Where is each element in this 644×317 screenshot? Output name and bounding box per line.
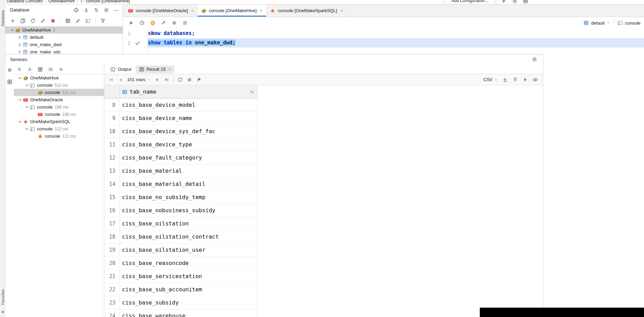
schema-selector[interactable]: default — [583, 20, 610, 26]
collapse-all-icon[interactable] — [27, 67, 33, 72]
layout-grid-icon[interactable] — [523, 0, 528, 4]
services-tree-item[interactable]: console 511 ms — [14, 82, 104, 89]
result-tab[interactable]: Output × — [107, 66, 134, 73]
hide-panel-icon[interactable]: — — [114, 7, 119, 13]
expand-all-icon[interactable] — [17, 67, 22, 72]
breadcrumb-item[interactable]: OneMakeHive — [48, 0, 75, 3]
expand-collapse-icon[interactable]: ⇅ — [94, 7, 99, 13]
run-query-icon[interactable] — [129, 20, 134, 26]
group-by-icon[interactable] — [37, 67, 43, 72]
services-tree-item[interactable]: console 122 ms — [14, 125, 104, 132]
services-tree-item[interactable]: console 122 ms — [14, 132, 104, 140]
row-number-cell[interactable]: 15 — [104, 191, 120, 204]
table-cell[interactable]: ciss_base_device_type — [120, 138, 257, 151]
code-line[interactable]: 1show databases; — [123, 29, 644, 38]
table-corner-cell[interactable] — [104, 85, 120, 98]
services-tree-item[interactable]: console 188 ms — [14, 111, 104, 118]
sort-icon[interactable] — [249, 89, 255, 95]
modify-icon[interactable] — [75, 18, 81, 24]
chevron-icon[interactable] — [24, 83, 30, 88]
close-icon[interactable]: × — [260, 8, 263, 13]
table-cell[interactable]: ciss_base_device_model — [120, 98, 257, 112]
favorites-star-icon[interactable]: ★ — [0, 310, 5, 314]
services-view-icon[interactable] — [7, 79, 12, 85]
row-number-cell[interactable]: 22 — [104, 283, 120, 296]
chevron-icon[interactable] — [24, 126, 30, 132]
chevron-icon[interactable] — [9, 27, 15, 33]
editor-tab[interactable]: console [OneMakeHive] × — [197, 5, 266, 17]
row-number-cell[interactable]: 12 — [104, 151, 120, 164]
run-icon[interactable] — [501, 0, 507, 4]
web-console-icon[interactable] — [73, 7, 79, 13]
editor-body[interactable]: 1show databases;2show tables in one_make… — [123, 29, 644, 54]
settings-wrench-icon[interactable] — [161, 20, 166, 26]
close-icon[interactable]: × — [168, 67, 171, 72]
table-cell[interactable]: ciss_base_device_sys_def_fac — [120, 125, 257, 138]
jump-to-console-icon[interactable] — [85, 18, 91, 24]
row-number-cell[interactable]: 9 — [104, 112, 120, 125]
export-download-icon[interactable] — [502, 77, 508, 83]
page-size-selector[interactable]: 101 rows — [127, 77, 151, 82]
row-number-cell[interactable]: 13 — [104, 164, 120, 178]
last-page-icon[interactable] — [164, 77, 169, 83]
row-number-cell[interactable]: 24 — [104, 309, 120, 317]
table-cell[interactable]: ciss_base_reasoncode — [120, 257, 257, 270]
pin-tab-icon[interactable] — [196, 77, 202, 83]
view-options-eye-icon[interactable] — [532, 77, 538, 83]
add-configuration-button[interactable]: Add Configuration... — [443, 0, 496, 5]
row-number-cell[interactable]: 20 — [104, 257, 120, 270]
compare-icon[interactable] — [522, 77, 528, 83]
close-icon[interactable]: × — [340, 8, 343, 13]
chevron-icon[interactable] — [17, 97, 23, 103]
import-upload-icon[interactable] — [512, 77, 518, 83]
table-cell[interactable]: ciss_base_material — [120, 164, 257, 178]
table-cell[interactable]: ciss_base_oilstation — [120, 217, 257, 230]
table-cell[interactable]: ciss_base_servicestation — [120, 270, 257, 283]
parameters-icon[interactable]: P — [150, 20, 156, 26]
services-tree-item[interactable]: OneMakeSparkSQL — [14, 118, 104, 125]
next-page-icon[interactable] — [155, 77, 160, 83]
row-number-cell[interactable]: 16 — [104, 204, 120, 217]
stop-icon[interactable] — [50, 18, 56, 24]
table-cell[interactable]: ciss_base_subsidy — [120, 296, 257, 309]
table-cell[interactable]: ciss_base_oilstation_user — [120, 243, 257, 257]
row-number-cell[interactable]: 17 — [104, 217, 120, 230]
stop-icon[interactable] — [171, 20, 177, 26]
favorites-strip-label[interactable]: Favorites — [0, 286, 5, 308]
refresh-icon[interactable] — [30, 18, 36, 24]
database-strip-label[interactable]: Database — [0, 6, 5, 31]
edit-source-icon[interactable] — [40, 18, 46, 24]
services-tree-item[interactable]: console 511 ms — [14, 89, 104, 96]
table-cell[interactable]: ciss_base_no_subsidy_temp — [120, 191, 257, 204]
reload-page-icon[interactable] — [177, 77, 183, 83]
chevron-icon[interactable] — [17, 119, 23, 125]
execution-plan-icon[interactable] — [182, 20, 188, 26]
filter-icon[interactable] — [100, 18, 106, 24]
code-text[interactable]: show tables in one_make_dwd; — [148, 38, 644, 48]
duplicate-icon[interactable] — [20, 18, 26, 24]
chevron-icon[interactable] — [24, 104, 30, 110]
table-cell[interactable]: ciss_base_oilstation_contract — [120, 230, 257, 243]
export-format-selector[interactable]: CSV — [483, 77, 498, 82]
breadcrumb-item[interactable]: Database Consoles — [7, 0, 43, 3]
table-cell[interactable]: ciss_base_fault_category — [120, 151, 257, 164]
gear-icon[interactable] — [512, 0, 518, 4]
result-tab[interactable]: Result 19 × — [136, 66, 174, 73]
add-service-icon[interactable] — [58, 67, 64, 72]
row-number-cell[interactable]: 14 — [104, 178, 120, 191]
code-line[interactable]: 2show tables in one_make_dwd; — [123, 38, 644, 48]
stop-icon[interactable] — [187, 77, 192, 83]
row-number-cell[interactable]: 21 — [104, 270, 120, 283]
table-cell[interactable]: ciss_base_nobusiness_subsidy — [120, 204, 257, 217]
editor-tab[interactable]: console [OneMakeOracle] × — [124, 5, 197, 17]
row-number-cell[interactable]: 11 — [104, 138, 120, 151]
database-tree-item[interactable]: OneMakeHive 3 — [5, 26, 123, 34]
close-icon[interactable]: × — [191, 8, 194, 13]
console-selector[interactable]: console — [617, 20, 641, 26]
table-cell[interactable]: ciss_base_device_name — [120, 112, 257, 125]
previous-page-icon[interactable] — [118, 77, 123, 83]
row-number-cell[interactable]: 23 — [104, 296, 120, 309]
services-tree-item[interactable]: OneMakeHive — [14, 74, 104, 82]
database-tree-item[interactable]: default — [5, 34, 123, 41]
table-cell[interactable]: ciss_base_material_detail — [120, 178, 257, 191]
